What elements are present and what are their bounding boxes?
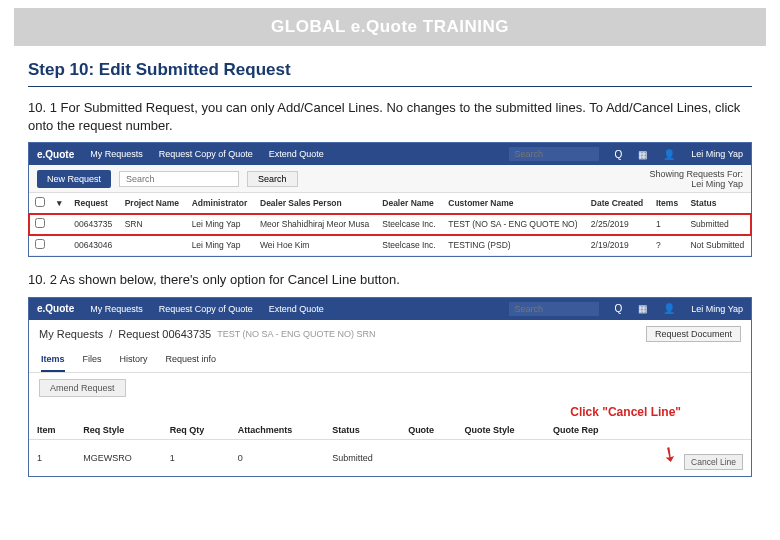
callout-text: Click "Cancel Line" [29,403,751,421]
user-icon: 👤 [663,149,675,160]
cancel-line-button[interactable]: Cancel Line [684,454,743,470]
req-style-link[interactable]: MGEWSRO [75,439,162,476]
request-link[interactable]: 00643046 [68,235,118,256]
col-item: Item [29,421,75,440]
filter-search-input[interactable] [119,171,239,187]
nav-request-copy[interactable]: Request Copy of Quote [159,304,253,314]
step-title: Step 10: Edit Submitted Request [28,60,752,87]
showing-label: Showing Requests For: [649,169,743,179]
crumb-request: Request 00643735 [118,328,211,340]
instruction-10-2: 10. 2 As shown below, there's only optio… [28,271,752,289]
tab-files[interactable]: Files [83,348,102,372]
page-title: GLOBAL e.Quote TRAINING [271,17,509,37]
select-all-checkbox[interactable] [35,197,45,207]
user-icon: 👤 [663,303,675,314]
table-row[interactable]: 00643735 SRN Lei Ming Yap Meor Shahidhir… [29,214,751,235]
amend-area: Amend Request [29,373,751,403]
brand-logo: e.Quote [37,303,74,314]
request-link[interactable]: 00643735 [68,214,118,235]
brand-logo: e.Quote [37,149,74,160]
app-topbar: e.Quote My Requests Request Copy of Quot… [29,298,751,320]
nav-extend-quote[interactable]: Extend Quote [269,149,324,159]
crumb-detail: TEST (NO SA - ENG QUOTE NO) SRN [217,329,375,339]
breadcrumb: My Requests / Request 00643735 TEST (NO … [29,320,751,348]
user-name[interactable]: Lei Ming Yap [691,304,743,314]
instruction-10-1: 10. 1 For Submitted Request, you can onl… [28,99,752,134]
screenshot-1: e.Quote My Requests Request Copy of Quot… [28,142,752,257]
global-search-input[interactable] [509,147,599,161]
col-status: Status [324,421,400,440]
col-admin[interactable]: Administrator [186,193,254,214]
tabs: Items Files History Request info [29,348,751,373]
user-name[interactable]: Lei Ming Yap [691,149,743,159]
table-header-row: Item Req Style Req Qty Attachments Statu… [29,421,751,440]
crumb-my-requests[interactable]: My Requests [39,328,103,340]
table-header-row: ▾ Request Project Name Administrator Dea… [29,193,751,214]
page-header: GLOBAL e.Quote TRAINING [14,8,766,46]
items-table: Item Req Style Req Qty Attachments Statu… [29,421,751,476]
arrow-icon: ➘ [656,439,684,468]
col-quote-style: Quote Style [456,421,545,440]
col-dealer[interactable]: Dealer Name [376,193,442,214]
global-search-input[interactable] [509,302,599,316]
table-row[interactable]: 00643046 Lei Ming Yap Wei Hoe Kim Steelc… [29,235,751,256]
search-icon[interactable]: Q [615,303,623,314]
row-checkbox[interactable] [35,218,45,228]
nav-my-requests[interactable]: My Requests [90,304,143,314]
search-icon[interactable]: Q [615,149,623,160]
app-topbar: e.Quote My Requests Request Copy of Quot… [29,143,751,165]
col-date[interactable]: Date Created [585,193,650,214]
col-status[interactable]: Status [684,193,751,214]
table-row: 1 MGEWSRO 1 0 Submitted ➘Cancel Line [29,439,751,476]
showing-user: Lei Ming Yap [649,179,743,189]
col-project[interactable]: Project Name [119,193,186,214]
grid-icon[interactable]: ▦ [638,149,647,160]
col-quote: Quote [400,421,456,440]
request-document-button[interactable]: Request Document [646,326,741,342]
new-request-button[interactable]: New Request [37,170,111,188]
grid-icon[interactable]: ▦ [638,303,647,314]
col-request[interactable]: Request [68,193,118,214]
col-reqqty: Req Qty [162,421,230,440]
amend-request-button[interactable]: Amend Request [39,379,126,397]
col-reqstyle: Req Style [75,421,162,440]
row-checkbox[interactable] [35,239,45,249]
tab-items[interactable]: Items [41,348,65,372]
filter-search-button[interactable]: Search [247,171,298,187]
screenshot-2: e.Quote My Requests Request Copy of Quot… [28,297,752,477]
col-quote-rep: Quote Rep [545,421,628,440]
col-items[interactable]: Items [650,193,685,214]
tab-request-info[interactable]: Request info [166,348,217,372]
tab-history[interactable]: History [120,348,148,372]
nav-request-copy[interactable]: Request Copy of Quote [159,149,253,159]
toolbar: New Request Search Showing Requests For:… [29,165,751,193]
requests-table: ▾ Request Project Name Administrator Dea… [29,193,751,256]
col-attachments: Attachments [230,421,325,440]
content-area: Step 10: Edit Submitted Request 10. 1 Fo… [0,46,780,505]
col-dsp[interactable]: Dealer Sales Person [254,193,376,214]
nav-my-requests[interactable]: My Requests [90,149,143,159]
nav-extend-quote[interactable]: Extend Quote [269,304,324,314]
col-customer[interactable]: Customer Name [442,193,585,214]
